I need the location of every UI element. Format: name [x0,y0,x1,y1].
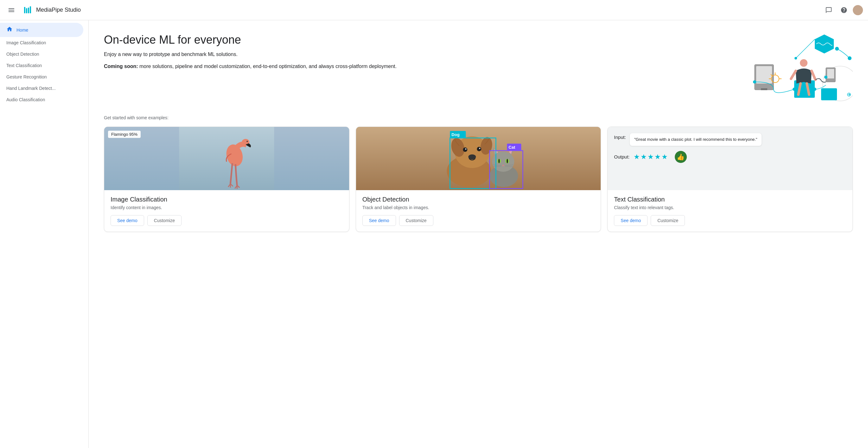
text-classification-card-image: Input: "Great movie with a classic plot.… [608,127,852,190]
hero-illustration-svg [733,33,853,103]
object-detection-customize-button[interactable]: Customize [399,215,433,226]
svg-point-39 [477,147,481,151]
flamingo-bg: Flamingo 95% [104,127,349,190]
svg-point-40 [465,148,466,150]
header-actions [823,4,863,16]
app-layout: Home Image Classification Object Detecti… [0,20,868,448]
sidebar-item-hand-landmark-label: Hand Landmark Detect... [6,86,56,91]
flamingo-svg [104,127,349,190]
svg-point-25 [800,59,807,67]
svg-point-20 [753,80,756,83]
text-output-row: Output: ★★★★★ 👍 [614,151,846,163]
svg-text:Dog: Dog [452,132,459,137]
feedback-button[interactable] [823,4,835,16]
svg-point-51 [498,159,500,163]
object-detection-demo-button[interactable]: See demo [363,215,396,226]
hero-title: On-device ML for everyone [104,33,720,46]
sidebar-item-object-detection-label: Object Detection [6,51,39,57]
sidebar-item-hand-landmark[interactable]: Hand Landmark Detect... [0,82,83,94]
image-classification-card-body: Image Classification Identify content in… [104,190,349,210]
object-detection-card: Dog Cat Object Detection Track and label… [356,127,601,232]
object-detection-card-image: Dog Cat [356,127,601,190]
thumbs-up-icon: 👍 [675,151,687,163]
svg-point-41 [479,148,480,149]
image-classification-customize-button[interactable]: Customize [147,215,182,226]
hero-coming-soon: Coming soon: more solutions, pipeline an… [104,62,720,71]
text-classification-bg: Input: "Great movie with a classic plot.… [608,127,852,190]
svg-text:Cat: Cat [508,145,516,150]
image-classification-title: Image Classification [111,196,343,203]
cards-row: Flamingo 95% [104,127,853,232]
sidebar-item-image-classification-label: Image Classification [6,40,46,45]
logo-icon [23,5,33,15]
svg-point-52 [506,159,508,163]
hero-text: On-device ML for everyone Enjoy a new wa… [104,33,720,71]
sidebar-item-text-classification[interactable]: Text Classification [0,60,83,71]
svg-point-4 [856,7,860,11]
sidebar-item-text-classification-label: Text Classification [6,63,42,68]
image-classification-card: Flamingo 95% [104,127,349,232]
sidebar-item-gesture-recognition[interactable]: Gesture Recognition [0,71,83,82]
svg-point-5 [854,12,862,15]
sidebar-item-image-classification[interactable]: Image Classification [0,37,83,48]
image-classification-demo-button[interactable]: See demo [111,215,144,226]
coming-soon-prefix: Coming soon: [104,64,138,69]
text-output-label: Output: [614,154,629,160]
text-input-bubble: "Great movie with a classic plot. I will… [630,133,762,146]
text-classification-customize-button[interactable]: Customize [651,215,685,226]
text-classification-card-body: Text Classification Classify text into r… [608,190,852,210]
examples-title: Get started with some examples: [104,115,853,120]
image-classification-actions: See demo Customize [104,215,349,232]
sidebar-item-audio-classification-label: Audio Classification [6,97,45,102]
text-classification-title: Text Classification [614,196,846,203]
dogcat-bg: Dog Cat [356,127,601,190]
svg-rect-3 [30,6,31,13]
sidebar: Home Image Classification Object Detecti… [0,20,89,448]
image-classification-card-image: Flamingo 95% [104,127,349,190]
dogcat-svg: Dog Cat [356,127,601,190]
svg-rect-14 [821,88,837,100]
coming-soon-body: more solutions, pipeline and model custo… [138,64,397,69]
sidebar-item-audio-classification[interactable]: Audio Classification [0,94,83,105]
svg-rect-0 [24,7,25,13]
sidebar-item-object-detection[interactable]: Object Detection [0,48,83,60]
text-classification-card: Input: "Great movie with a classic plot.… [607,127,853,232]
app-title: MediaPipe Studio [36,7,81,13]
svg-marker-7 [815,34,834,54]
stars-icon: ★★★★★ [633,153,669,161]
svg-point-23 [824,76,828,79]
sidebar-item-home[interactable]: Home [0,23,83,37]
text-classification-demo-button[interactable]: See demo [614,215,648,226]
text-classification-desc: Classify text into relevant tags. [614,205,846,210]
svg-point-38 [463,147,467,152]
text-classification-actions: See demo Customize [608,215,852,232]
svg-rect-1 [26,8,27,13]
app-header: MediaPipe Studio [0,0,868,20]
app-logo: MediaPipe Studio [23,5,81,15]
hero-section: On-device ML for everyone Enjoy a new wa… [104,33,853,103]
svg-rect-13 [827,69,834,78]
hero-illustration [733,33,853,103]
object-detection-desc: Track and label objects in images. [363,205,595,210]
text-input-label: Input: [614,134,626,140]
image-classification-desc: Identify content in images. [111,205,343,210]
sidebar-item-home-label: Home [17,28,28,33]
svg-rect-10 [761,88,767,90]
svg-point-32 [246,141,248,142]
object-detection-title: Object Detection [363,196,595,203]
object-detection-card-body: Object Detection Track and label objects… [356,190,601,210]
sidebar-item-gesture-recognition-label: Gesture Recognition [6,74,47,79]
svg-point-24 [795,57,797,60]
main-content: On-device ML for everyone Enjoy a new wa… [89,20,868,448]
examples-section: Get started with some examples: Flamingo… [104,115,853,232]
home-icon [6,26,13,34]
help-button[interactable] [838,4,850,16]
text-input-row: Input: "Great movie with a classic plot.… [614,133,846,146]
hero-subtitle: Enjoy a new way to prototype and benchma… [104,51,720,57]
menu-button[interactable] [5,4,18,16]
svg-rect-2 [28,8,29,13]
svg-rect-9 [756,66,772,83]
object-detection-actions: See demo Customize [356,215,601,232]
user-avatar[interactable] [853,5,863,15]
